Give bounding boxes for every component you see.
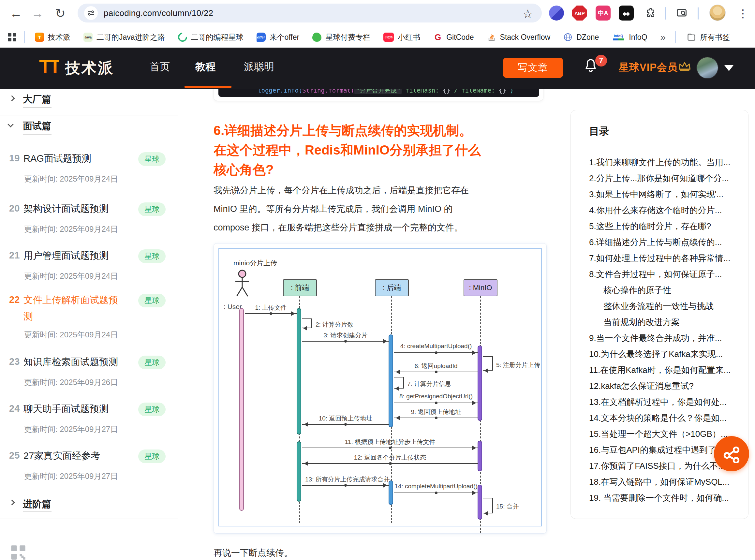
back-icon[interactable]: ← [7, 4, 25, 22]
toc-item[interactable]: 5.这些上传的临时分片，存在哪? [589, 218, 742, 234]
toc-item[interactable]: 2.分片上传...那你是如何知道哪个分... [589, 171, 742, 186]
bookmark-gitcode[interactable]: G GitCode [433, 33, 474, 42]
paicoding-favicon: T [35, 33, 44, 42]
java-favicon: Java [83, 33, 93, 42]
divider [0, 519, 178, 519]
adblock-plus-icon[interactable]: ABP [572, 5, 587, 21]
message-arrow [394, 403, 478, 403]
divider [0, 115, 178, 115]
toc-item[interactable]: 14.文本分块的策略是什么？你是如... [589, 410, 742, 426]
toc-item[interactable]: 8.文件合并过程中，如何保证原子... [589, 266, 742, 282]
toc-subitem[interactable]: 当前规划的改进方案 [589, 314, 742, 330]
bookmark-coding-planet[interactable]: 二哥的编程星球 [178, 32, 243, 42]
message-label: 7: 计算分片信息 [407, 380, 451, 388]
message-arrow [394, 493, 478, 493]
bookmarks-overflow-chevron[interactable]: » [660, 32, 666, 43]
message-label: 12: 返回各个分片上传状态 [302, 454, 478, 462]
bookmark-dzone[interactable]: DZone [563, 33, 599, 42]
bookmark-paicoding[interactable]: T 技术派 [35, 32, 71, 42]
account-caret-icon[interactable] [724, 65, 734, 71]
browser-menu-kebab-icon[interactable]: ⋮ [734, 4, 752, 22]
message-label: 3: 请求创建分片 [302, 331, 389, 340]
site-info-icon[interactable] [84, 6, 98, 20]
dzone-favicon [563, 33, 573, 42]
answer-paragraph: 我先说分片上传，每个分片在上传成功之后，后端是直接把它存在 MinIO 里的。等… [214, 181, 549, 237]
xiaohongshu-favicon: 小红书 [383, 33, 394, 42]
message-label: 9: 返回预上传地址 [394, 408, 478, 416]
stackoverflow-favicon [487, 33, 496, 42]
bookmark-star-icon[interactable]: ☆ [519, 5, 537, 23]
folder-icon [687, 33, 696, 42]
message-label: 5: 注册分片上传 [496, 361, 540, 369]
nav-tutorials[interactable]: 教程 [195, 60, 216, 74]
bookmark-stackoverflow[interactable]: Stack Overflow [487, 33, 551, 42]
active-nav-underline [184, 86, 232, 88]
activation-minio-1 [478, 345, 482, 421]
extensions-puzzle-icon[interactable] [643, 5, 658, 21]
bookmark-java-road[interactable]: Java 二哥的Java进阶之路 [83, 32, 165, 42]
toc-item[interactable]: 11.在使用Kafka时，你是如何配置来... [589, 362, 742, 378]
url-text: paicoding.com/column/10/22 [104, 8, 213, 18]
message-label: 11: 根据预上传地址异步上传文件 [302, 438, 478, 446]
translate-extension-icon[interactable]: 中A [596, 5, 611, 21]
message-arrow [245, 313, 297, 314]
toc-item[interactable]: 7.如何处理上传过程中的各种异常情... [589, 250, 742, 266]
toc-item[interactable]: 4.你用什么来存储这个临时的分片... [589, 202, 742, 218]
message-arrow [302, 485, 389, 486]
toolbar-separator-2 [698, 7, 699, 20]
bookmark-paid-column[interactable]: 星球付费专栏 [312, 32, 370, 42]
notification-count-badge: 7 [595, 55, 607, 66]
browser-profile-avatar[interactable] [709, 4, 726, 21]
planet-badge: 星球 [138, 152, 165, 166]
activation-minio-3 [478, 485, 482, 520]
user-avatar[interactable] [696, 57, 718, 79]
toc-subitem[interactable]: 整体业务流程的一致性与挑战 [589, 298, 742, 314]
toolbar-separator [665, 7, 666, 20]
toc-item[interactable]: 1.我们来聊聊文件上传的功能。当用... [589, 155, 742, 171]
message-label: 4: createMultipartUpload() [394, 343, 478, 350]
toc-item[interactable]: 13.在文档解析过程中，你是如何处... [589, 394, 742, 410]
browser-toolbar: ← → ↻ paicoding.com/column/10/22 ☆ ABP 中… [0, 0, 755, 27]
planet-badge: 星球 [138, 356, 165, 369]
site-logo-text[interactable]: 技术派 [65, 58, 114, 78]
message-label: 8: getPresignedObjectUrl() [394, 393, 478, 400]
bookmark-xiaohongshu[interactable]: 小红书 小红书 [383, 32, 420, 42]
message-label: 15: 合并 [496, 502, 519, 511]
nav-home[interactable]: 首页 [150, 60, 170, 74]
participant-backend: : 后端 [375, 279, 409, 296]
write-article-button[interactable]: 写文章 [503, 58, 563, 78]
bookmark-infoq[interactable]: InfoQ InfoQ [612, 33, 647, 42]
vip-member-link[interactable]: 星球VIP会员 [619, 61, 678, 74]
toc-item[interactable]: 10.为什么最终选择了Kafka来实现... [589, 346, 742, 362]
planet-badge: 星球 [138, 202, 165, 216]
question-heading: 6.详细描述分片上传与断点续传的实现机制。 在这个过程中，Redis和MinIO… [214, 121, 539, 179]
toc-item[interactable]: 12.kakfa怎么保证消息重试? [589, 378, 742, 394]
sider-extension-icon[interactable] [549, 5, 564, 21]
nav-paicongming[interactable]: 派聪明 [244, 60, 274, 74]
message-label: 1: 上传文件 [245, 303, 297, 312]
planet-badge: 星球 [138, 403, 165, 416]
bookmarks-separator [24, 31, 25, 43]
share-button[interactable] [714, 436, 749, 471]
apps-grid-icon[interactable] [8, 33, 16, 41]
reload-icon[interactable]: ↻ [52, 4, 69, 22]
pear-favicon [312, 33, 321, 42]
message-label: 14: completeMultipartUpload() [394, 483, 478, 490]
toc-item[interactable]: 18.在写入链路中，如何保证MySQL... [589, 474, 742, 490]
message-arrow [394, 352, 478, 353]
toc-item[interactable]: 9.当一个文件最终合并成功，并准... [589, 330, 742, 346]
all-bookmarks[interactable]: 所有书签 [687, 32, 730, 42]
forward-icon[interactable]: → [29, 4, 46, 22]
toc-subitem[interactable]: 核心操作的原子性 [589, 282, 742, 298]
dark-reader-icon[interactable] [619, 5, 634, 21]
toc-item[interactable]: 3.如果上传中网络断了，如何实现'... [589, 186, 742, 202]
toc-item[interactable]: 15.当处理一个超大文件（>10GB）... [589, 426, 742, 442]
qr-code-icon[interactable] [10, 544, 27, 560]
url-bar[interactable]: paicoding.com/column/10/22 [78, 4, 542, 22]
site-logo-icon[interactable]: TT [39, 55, 59, 78]
bookmark-offer[interactable]: offer 来个offer [257, 32, 300, 42]
toc-item[interactable]: 19. 当需要删除一个文件时，如何确... [589, 490, 742, 506]
screen-search-icon[interactable] [674, 5, 689, 21]
notifications-button[interactable]: 7 [583, 57, 601, 77]
toc-item[interactable]: 6.详细描述分片上传与断点续传的... [589, 234, 742, 250]
